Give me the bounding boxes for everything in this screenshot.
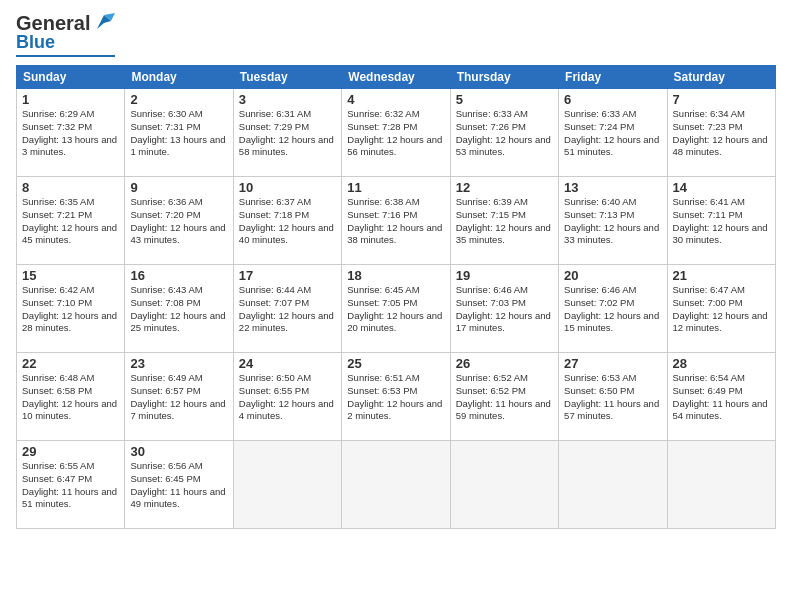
sunset-text: Sunset: 7:21 PM	[22, 209, 92, 220]
day-info: Sunrise: 6:40 AMSunset: 7:13 PMDaylight:…	[564, 196, 661, 247]
daylight-text: Daylight: 12 hours and 22 minutes.	[239, 310, 334, 334]
sunset-text: Sunset: 6:45 PM	[130, 473, 200, 484]
calendar-cell-empty	[342, 441, 450, 529]
calendar-cell-empty	[667, 441, 775, 529]
calendar-cell: 4Sunrise: 6:32 AMSunset: 7:28 PMDaylight…	[342, 89, 450, 177]
calendar-cell: 19Sunrise: 6:46 AMSunset: 7:03 PMDayligh…	[450, 265, 558, 353]
day-number: 29	[22, 444, 119, 459]
logo-bird-icon	[93, 11, 115, 33]
calendar-cell: 1Sunrise: 6:29 AMSunset: 7:32 PMDaylight…	[17, 89, 125, 177]
sunrise-text: Sunrise: 6:56 AM	[130, 460, 202, 471]
calendar-cell: 3Sunrise: 6:31 AMSunset: 7:29 PMDaylight…	[233, 89, 341, 177]
day-number: 5	[456, 92, 553, 107]
day-number: 9	[130, 180, 227, 195]
day-number: 10	[239, 180, 336, 195]
sunrise-text: Sunrise: 6:32 AM	[347, 108, 419, 119]
weekday-header-wednesday: Wednesday	[342, 66, 450, 89]
calendar-table: SundayMondayTuesdayWednesdayThursdayFrid…	[16, 65, 776, 529]
calendar-cell: 2Sunrise: 6:30 AMSunset: 7:31 PMDaylight…	[125, 89, 233, 177]
calendar-cell: 6Sunrise: 6:33 AMSunset: 7:24 PMDaylight…	[559, 89, 667, 177]
calendar-cell: 14Sunrise: 6:41 AMSunset: 7:11 PMDayligh…	[667, 177, 775, 265]
sunset-text: Sunset: 6:49 PM	[673, 385, 743, 396]
day-number: 6	[564, 92, 661, 107]
sunrise-text: Sunrise: 6:50 AM	[239, 372, 311, 383]
day-info: Sunrise: 6:51 AMSunset: 6:53 PMDaylight:…	[347, 372, 444, 423]
calendar-week-2: 8Sunrise: 6:35 AMSunset: 7:21 PMDaylight…	[17, 177, 776, 265]
weekday-header-sunday: Sunday	[17, 66, 125, 89]
daylight-text: Daylight: 12 hours and 4 minutes.	[239, 398, 334, 422]
sunset-text: Sunset: 6:47 PM	[22, 473, 92, 484]
calendar-cell: 5Sunrise: 6:33 AMSunset: 7:26 PMDaylight…	[450, 89, 558, 177]
day-info: Sunrise: 6:33 AMSunset: 7:26 PMDaylight:…	[456, 108, 553, 159]
day-number: 17	[239, 268, 336, 283]
sunrise-text: Sunrise: 6:29 AM	[22, 108, 94, 119]
sunset-text: Sunset: 7:18 PM	[239, 209, 309, 220]
day-info: Sunrise: 6:37 AMSunset: 7:18 PMDaylight:…	[239, 196, 336, 247]
day-number: 2	[130, 92, 227, 107]
day-info: Sunrise: 6:38 AMSunset: 7:16 PMDaylight:…	[347, 196, 444, 247]
calendar-cell: 21Sunrise: 6:47 AMSunset: 7:00 PMDayligh…	[667, 265, 775, 353]
calendar-cell: 20Sunrise: 6:46 AMSunset: 7:02 PMDayligh…	[559, 265, 667, 353]
page: General Blue SundayMondayTuesdayWednesda…	[0, 0, 792, 612]
sunrise-text: Sunrise: 6:48 AM	[22, 372, 94, 383]
daylight-text: Daylight: 11 hours and 57 minutes.	[564, 398, 659, 422]
day-info: Sunrise: 6:42 AMSunset: 7:10 PMDaylight:…	[22, 284, 119, 335]
daylight-text: Daylight: 12 hours and 35 minutes.	[456, 222, 551, 246]
daylight-text: Daylight: 12 hours and 2 minutes.	[347, 398, 442, 422]
day-number: 4	[347, 92, 444, 107]
day-info: Sunrise: 6:31 AMSunset: 7:29 PMDaylight:…	[239, 108, 336, 159]
daylight-text: Daylight: 12 hours and 25 minutes.	[130, 310, 225, 334]
sunrise-text: Sunrise: 6:35 AM	[22, 196, 94, 207]
calendar-cell-empty	[450, 441, 558, 529]
day-number: 1	[22, 92, 119, 107]
day-info: Sunrise: 6:32 AMSunset: 7:28 PMDaylight:…	[347, 108, 444, 159]
sunrise-text: Sunrise: 6:36 AM	[130, 196, 202, 207]
calendar-cell: 24Sunrise: 6:50 AMSunset: 6:55 PMDayligh…	[233, 353, 341, 441]
calendar-cell: 15Sunrise: 6:42 AMSunset: 7:10 PMDayligh…	[17, 265, 125, 353]
calendar-cell: 28Sunrise: 6:54 AMSunset: 6:49 PMDayligh…	[667, 353, 775, 441]
daylight-text: Daylight: 12 hours and 53 minutes.	[456, 134, 551, 158]
sunset-text: Sunset: 7:31 PM	[130, 121, 200, 132]
day-info: Sunrise: 6:48 AMSunset: 6:58 PMDaylight:…	[22, 372, 119, 423]
day-number: 22	[22, 356, 119, 371]
sunset-text: Sunset: 6:53 PM	[347, 385, 417, 396]
calendar-cell: 22Sunrise: 6:48 AMSunset: 6:58 PMDayligh…	[17, 353, 125, 441]
daylight-text: Daylight: 12 hours and 17 minutes.	[456, 310, 551, 334]
daylight-text: Daylight: 12 hours and 33 minutes.	[564, 222, 659, 246]
sunset-text: Sunset: 7:13 PM	[564, 209, 634, 220]
calendar-cell: 26Sunrise: 6:52 AMSunset: 6:52 PMDayligh…	[450, 353, 558, 441]
day-number: 30	[130, 444, 227, 459]
sunrise-text: Sunrise: 6:40 AM	[564, 196, 636, 207]
day-number: 24	[239, 356, 336, 371]
sunset-text: Sunset: 7:10 PM	[22, 297, 92, 308]
weekday-header-row: SundayMondayTuesdayWednesdayThursdayFrid…	[17, 66, 776, 89]
calendar-cell: 11Sunrise: 6:38 AMSunset: 7:16 PMDayligh…	[342, 177, 450, 265]
day-info: Sunrise: 6:45 AMSunset: 7:05 PMDaylight:…	[347, 284, 444, 335]
daylight-text: Daylight: 12 hours and 38 minutes.	[347, 222, 442, 246]
sunrise-text: Sunrise: 6:53 AM	[564, 372, 636, 383]
sunrise-text: Sunrise: 6:51 AM	[347, 372, 419, 383]
daylight-text: Daylight: 12 hours and 45 minutes.	[22, 222, 117, 246]
day-info: Sunrise: 6:29 AMSunset: 7:32 PMDaylight:…	[22, 108, 119, 159]
daylight-text: Daylight: 12 hours and 43 minutes.	[130, 222, 225, 246]
day-number: 14	[673, 180, 770, 195]
sunset-text: Sunset: 7:29 PM	[239, 121, 309, 132]
day-info: Sunrise: 6:50 AMSunset: 6:55 PMDaylight:…	[239, 372, 336, 423]
daylight-text: Daylight: 13 hours and 3 minutes.	[22, 134, 117, 158]
weekday-header-thursday: Thursday	[450, 66, 558, 89]
calendar-cell: 25Sunrise: 6:51 AMSunset: 6:53 PMDayligh…	[342, 353, 450, 441]
day-number: 27	[564, 356, 661, 371]
calendar-week-1: 1Sunrise: 6:29 AMSunset: 7:32 PMDaylight…	[17, 89, 776, 177]
sunrise-text: Sunrise: 6:45 AM	[347, 284, 419, 295]
daylight-text: Daylight: 12 hours and 7 minutes.	[130, 398, 225, 422]
sunset-text: Sunset: 7:16 PM	[347, 209, 417, 220]
logo: General Blue	[16, 12, 115, 57]
sunrise-text: Sunrise: 6:47 AM	[673, 284, 745, 295]
calendar-cell: 18Sunrise: 6:45 AMSunset: 7:05 PMDayligh…	[342, 265, 450, 353]
calendar-cell: 13Sunrise: 6:40 AMSunset: 7:13 PMDayligh…	[559, 177, 667, 265]
day-info: Sunrise: 6:41 AMSunset: 7:11 PMDaylight:…	[673, 196, 770, 247]
calendar-cell: 17Sunrise: 6:44 AMSunset: 7:07 PMDayligh…	[233, 265, 341, 353]
day-number: 23	[130, 356, 227, 371]
sunset-text: Sunset: 7:15 PM	[456, 209, 526, 220]
sunset-text: Sunset: 6:55 PM	[239, 385, 309, 396]
